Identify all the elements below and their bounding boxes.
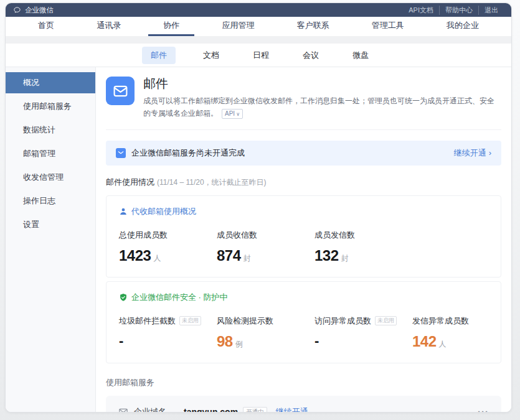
stat-value: - (314, 333, 412, 349)
app-title: 企业微信 (25, 6, 54, 15)
header-divider (106, 129, 501, 130)
envelope-outline-icon (118, 407, 128, 412)
stat-unit: 人 (439, 339, 447, 350)
sidebar-item-send-receive-management[interactable]: 收发信管理 (6, 167, 95, 188)
page-description: 成员可以将工作邮箱绑定到企业微信收发邮件，工作消息归集一处；管理员也可统一为成员… (143, 95, 501, 120)
security-stats-row: 垃圾邮件拦截数未启用 - 风险检测提示数 98 例 访问异常成员数未启用 (119, 315, 488, 350)
sidebar-item-statistics[interactable]: 数据统计 (6, 119, 95, 141)
status-badge: 开通中 (243, 407, 267, 412)
shield-check-icon (119, 293, 128, 302)
subtab-meeting[interactable]: 会议 (296, 47, 325, 64)
chevron-right-icon: › (489, 148, 491, 157)
stat-unit: 人 (153, 253, 161, 264)
usage-section-period: (11/14 – 11/20，统计截止至昨日) (157, 177, 267, 188)
security-card-header: 企业微信邮件安全 · 防护中 (119, 292, 488, 303)
stat-total-members: 总使用成员数 1423 人 (119, 230, 217, 264)
topbar: 企业微信 API文档 帮助中心 退出 (6, 3, 511, 17)
mail-app-icon (106, 77, 135, 105)
page-description-text: 成员可以将工作邮箱绑定到企业微信收发邮件，工作消息归集一处；管理员也可统一为成员… (143, 96, 494, 118)
stat-label: 总使用成员数 (119, 230, 217, 241)
sidebar-item-use-mail-service[interactable]: 使用邮箱服务 (6, 96, 95, 117)
stat-number: - (314, 333, 319, 349)
stat-number: 142 (412, 333, 437, 350)
stat-value: 132 封 (314, 247, 412, 264)
stat-value: 1423 人 (119, 247, 217, 264)
stat-label-text: 垃圾邮件拦截数 (119, 315, 176, 327)
sidebar-item-operation-log[interactable]: 操作日志 (6, 190, 95, 212)
continue-setup-link[interactable]: 继续开通› (454, 147, 491, 159)
stat-value: 874 封 (217, 247, 314, 264)
service-section-title: 使用邮箱服务 (106, 377, 501, 388)
wechat-work-logo-icon (13, 6, 21, 14)
page-title: 邮件 (143, 77, 501, 90)
subtab-schedule[interactable]: 日程 (247, 47, 275, 64)
sidebar-item-settings[interactable]: 设置 (6, 214, 95, 235)
spacer-band (6, 36, 511, 44)
usage-stats-row: 总使用成员数 1423 人 成员收信数 874 封 (119, 230, 488, 264)
mail-app-header-text: 邮件 成员可以将工作邮箱绑定到企业微信收发邮件，工作消息归集一处；管理员也可统一… (143, 77, 501, 120)
collaboration-subtabs: 邮件 文档 日程 会议 微盘 (6, 44, 511, 67)
tab-collaboration[interactable]: 协作 (148, 17, 194, 36)
stat-label-text: 访问异常成员数 (314, 315, 371, 327)
domain-label: 企业域名 (134, 406, 166, 412)
usage-section-header: 邮件使用情况 (11/14 – 11/20，统计截止至昨日) (106, 177, 501, 188)
stat-unit: 封 (341, 253, 349, 264)
mail-notice-icon (116, 148, 126, 158)
tab-app-management[interactable]: 应用管理 (207, 17, 269, 36)
stat-sent-mails: 成员发信数 132 封 (314, 230, 412, 264)
stat-label: 成员收信数 (217, 230, 314, 241)
usage-card-title[interactable]: 代收邮箱使用概况 (131, 206, 196, 217)
help-center-link[interactable]: 帮助中心 (439, 6, 478, 15)
main-nav: 首页 通讯录 协作 应用管理 客户联系 管理工具 我的企业 (6, 17, 511, 36)
tab-contacts[interactable]: 通讯录 (82, 17, 136, 36)
stat-label: 发信异常成员数 (412, 315, 510, 327)
main-panel: 邮件 成员可以将工作邮箱绑定到企业微信收发邮件，工作消息归集一处；管理员也可统一… (96, 67, 511, 412)
stat-value: 98 例 (217, 333, 314, 350)
usage-card-header: 代收邮箱使用概况 (119, 206, 488, 217)
envelope-icon (112, 83, 129, 100)
stat-unit: 封 (243, 253, 251, 264)
more-options-icon[interactable]: ··· (478, 406, 489, 412)
stat-number: 132 (314, 247, 339, 264)
domain-card: 企业域名 tangyun.com 开通中 继续开通 ··· (106, 396, 501, 412)
stat-label: 成员发信数 (314, 230, 412, 241)
subtab-docs[interactable]: 文档 (197, 47, 225, 64)
tab-admin-tools[interactable]: 管理工具 (357, 17, 419, 36)
content-area: 概况 使用邮箱服务 数据统计 邮箱管理 收发信管理 操作日志 设置 邮件 成 (6, 67, 511, 412)
sidebar-item-overview[interactable]: 概况 (6, 72, 95, 93)
notice-text: 企业微信邮箱服务尚未开通完成 (131, 147, 245, 159)
stat-value: 142 人 (412, 333, 510, 350)
tab-customer-contact[interactable]: 客户联系 (282, 17, 344, 36)
api-dropdown-label: API (225, 110, 235, 117)
disabled-badge: 未启用 (179, 316, 201, 325)
continue-setup-label: 继续开通 (454, 148, 486, 157)
sidebar-item-mailbox-management[interactable]: 邮箱管理 (6, 143, 95, 164)
continue-activate-link[interactable]: 继续开通 (276, 406, 308, 412)
stat-abnormal-access-members: 访问异常成员数未启用 - (314, 315, 412, 350)
stat-abnormal-senders: 发信异常成员数 142 人 (412, 315, 510, 350)
topbar-links: API文档 帮助中心 退出 (403, 6, 504, 15)
stat-label: 风险检测提示数 (217, 315, 314, 327)
stat-value: - (119, 333, 217, 349)
api-docs-link[interactable]: API文档 (403, 6, 439, 15)
tab-my-company[interactable]: 我的企业 (432, 17, 494, 36)
stat-number: 874 (217, 247, 241, 264)
tab-home[interactable]: 首页 (23, 17, 69, 36)
stat-number: 1423 (119, 247, 151, 264)
setup-notice-bar: 企业微信邮箱服务尚未开通完成 继续开通› (106, 141, 501, 166)
subtab-drive[interactable]: 微盘 (346, 47, 375, 64)
security-card-title: 企业微信邮件安全 · 防护中 (131, 292, 228, 303)
domain-name: tangyun.com (184, 407, 238, 412)
stat-number: - (119, 333, 123, 349)
stat-spam-intercepted: 垃圾邮件拦截数未启用 - (119, 315, 217, 350)
logout-link[interactable]: 退出 (478, 6, 504, 15)
api-dropdown[interactable]: API∨ (222, 109, 243, 119)
chevron-down-icon: ∨ (236, 111, 240, 117)
person-icon (119, 207, 128, 216)
mailbox-usage-card: 代收邮箱使用概况 总使用成员数 1423 人 成员收信数 874 (106, 195, 501, 278)
stat-label: 访问异常成员数未启用 (314, 315, 412, 327)
usage-section-title: 邮件使用情况 (106, 177, 154, 188)
stat-label: 垃圾邮件拦截数未启用 (119, 315, 217, 327)
disabled-badge: 未启用 (375, 316, 397, 325)
subtab-mail[interactable]: 邮件 (142, 47, 176, 64)
